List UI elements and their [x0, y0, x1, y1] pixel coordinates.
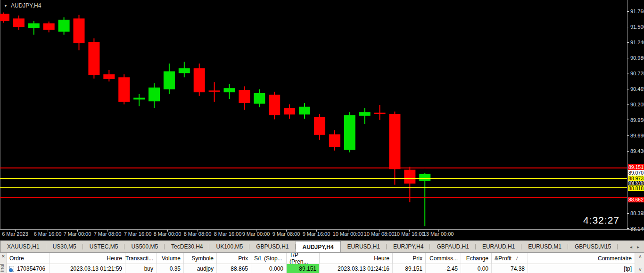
- time-scale[interactable]: 6 Mar 20236 Mar 16:007 Mar 00:007 Mar 08…: [0, 230, 644, 237]
- order-row-cell-profit[interactable]: 74.38: [492, 264, 528, 273]
- cell-volume: 0.35: [170, 265, 181, 272]
- order-row-cell-commission[interactable]: -2.45: [426, 264, 461, 273]
- column-header-ordre[interactable]: Ordre: [7, 253, 50, 264]
- dropdown-triangle-icon: ▼: [4, 4, 8, 8]
- orders-table-row[interactable]: 1703547062023.03.13 01:21:59buy0.35audjp…: [7, 264, 635, 273]
- column-header-label: Echange: [466, 255, 488, 262]
- cell-commentaire: [tp]: [624, 265, 632, 272]
- price-tick-label: 89.950: [630, 117, 644, 123]
- tab-eurusd-m1[interactable]: EURUSD,M1: [521, 241, 568, 252]
- tab-xauusd-h1[interactable]: XAUUSD,H1: [0, 241, 46, 252]
- time-tick-label: 8 Mar 16:00: [214, 231, 242, 237]
- price-tick-mark: [627, 228, 629, 229]
- order-row-cell-prix-fermeture[interactable]: 89.151: [393, 264, 426, 273]
- orders-table-header: OrdreHeureTransacti...VolumeSymbolePrixS…: [7, 253, 635, 264]
- price-tick-label: 88.395: [630, 210, 644, 216]
- close-icon[interactable]: ×: [0, 253, 6, 259]
- bull-candle: [359, 112, 371, 116]
- scroll-up-icon[interactable]: ∧: [636, 254, 644, 259]
- price-tick-mark: [627, 73, 629, 73]
- tab-us500-m5[interactable]: US500,M5: [124, 241, 165, 252]
- bull-candle: [58, 20, 70, 32]
- price-marker-label: 88.818: [628, 185, 644, 191]
- time-tick-label: 9 Mar 08:00: [272, 231, 300, 237]
- column-header-label: Symbole: [191, 255, 214, 262]
- tab-us30-m5[interactable]: US30,M5: [46, 241, 83, 252]
- cell-ordre: 170354706: [17, 265, 45, 272]
- order-row-cell-tp[interactable]: 89.151: [287, 264, 320, 273]
- tab-ustec-m5[interactable]: USTEC,M5: [83, 241, 125, 252]
- order-row-cell-echange[interactable]: 0.00: [461, 264, 492, 273]
- order-row-cell-transaction[interactable]: buy: [125, 264, 157, 273]
- tab-eurjpy-h4[interactable]: EURJPY,H4: [387, 241, 430, 252]
- bull-candle: [419, 174, 430, 181]
- tab-gbpusd-h1[interactable]: GBPUSD,H1: [249, 241, 295, 252]
- cell-heure-fermeture: 2023.03.13 01:24:16: [338, 265, 389, 272]
- column-header-profit[interactable]: &Profit/: [492, 253, 528, 264]
- order-row-cell-commentaire[interactable]: [tp]: [528, 264, 635, 273]
- scroll-left-icon[interactable]: ◂: [630, 244, 632, 249]
- column-header-commission[interactable]: Commiss...: [426, 253, 461, 264]
- price-tick-label: 90.980: [630, 55, 644, 61]
- column-header-commentaire[interactable]: Commentaire: [528, 253, 635, 264]
- price-scale[interactable]: 91.76091.50091.24090.98090.72590.46590.2…: [627, 0, 644, 241]
- price-tick-mark: [627, 151, 629, 152]
- tab-uk100-m5[interactable]: UK100,M5: [209, 241, 249, 252]
- time-tick-label: 10 Mar 08:00: [364, 231, 395, 237]
- order-row-cell-heure-ouverture[interactable]: 2023.03.13 01:21:59: [50, 264, 125, 273]
- column-header-prix-ouverture[interactable]: Prix: [217, 253, 251, 264]
- tab-euraud-h1[interactable]: EURAUD,H1: [476, 241, 521, 252]
- tab-gbpaud-h1[interactable]: GBPAUD,H1: [430, 241, 475, 252]
- order-row-cell-ordre[interactable]: 170354706: [7, 264, 50, 273]
- bear-candle: [13, 18, 25, 27]
- price-marker-label: 88.662: [628, 197, 644, 202]
- tab-tecde30-h4[interactable]: TecDE30,H4: [165, 241, 209, 252]
- bull-candle: [179, 68, 190, 73]
- price-marker-label: 89.070: [628, 170, 644, 176]
- order-row-cell-volume[interactable]: 0.35: [157, 264, 184, 273]
- price-tick-label: 89.690: [630, 133, 644, 138]
- candle-countdown-timer: 4:32:27: [583, 215, 619, 226]
- cell-prix-ouverture: 88.865: [231, 265, 248, 272]
- order-row-cell-symbole[interactable]: audjpy: [184, 264, 217, 273]
- order-doc-icon: [9, 266, 14, 272]
- tab-eurusd-h1[interactable]: EURUSD,H1: [341, 241, 387, 252]
- column-header-label: Heure: [107, 255, 122, 262]
- bear-candle: [194, 68, 205, 92]
- time-tick-label: 13 Mar 00:00: [423, 231, 454, 237]
- bear-candle: [209, 90, 220, 92]
- time-tick-label: 10 Mar 16:00: [394, 231, 425, 237]
- column-header-symbole[interactable]: Symbole: [184, 253, 217, 264]
- tab-gbpusd-m15[interactable]: GBPUSD,M15: [568, 241, 618, 252]
- column-header-transaction[interactable]: Transacti...: [125, 253, 157, 264]
- scroll-right-icon[interactable]: ▸: [637, 244, 639, 249]
- time-tick-label: 7 Mar 00:00: [64, 231, 91, 237]
- price-marker-label: 89.151: [628, 164, 644, 170]
- order-row-cell-sl[interactable]: 0.000: [251, 264, 287, 273]
- tab-audjpy-h4[interactable]: AUDJPY,H4: [296, 241, 341, 252]
- price-tick-mark: [627, 135, 629, 136]
- price-tick-label: 90.205: [630, 102, 644, 107]
- price-tick-mark: [627, 58, 629, 58]
- price-tick-mark: [627, 120, 629, 120]
- order-row-cell-prix-ouverture[interactable]: 88.865: [217, 264, 251, 273]
- column-header-tp[interactable]: T/P (Pren...: [287, 253, 320, 264]
- column-header-echange[interactable]: Echange: [461, 253, 492, 264]
- column-header-prix-fermeture[interactable]: Prix: [393, 253, 426, 264]
- cell-echange: 0.00: [478, 265, 488, 272]
- vertical-scrollbar[interactable]: ∧ ∨: [636, 253, 644, 273]
- scroll-down-icon[interactable]: ∨: [636, 267, 644, 272]
- bear-candle: [284, 108, 295, 114]
- column-header-heure-ouverture[interactable]: Heure: [50, 253, 125, 264]
- column-header-sl[interactable]: S/L (Stop...: [251, 253, 287, 264]
- order-row-cell-heure-fermeture[interactable]: 2023.03.13 01:24:16: [320, 264, 393, 273]
- bull-candle: [149, 88, 160, 101]
- column-header-heure-fermeture[interactable]: Heure: [320, 253, 393, 264]
- column-header-volume[interactable]: Volume: [157, 253, 184, 264]
- bull-candle: [28, 24, 40, 28]
- candlestick-plot[interactable]: [0, 0, 627, 229]
- chart-symbol-label: ▼ AUDJPY,H4: [4, 2, 41, 9]
- time-tick-label: 8 Mar 08:00: [184, 231, 212, 237]
- bull-candle: [344, 115, 355, 150]
- terminal-panel-label[interactable]: inal: [0, 264, 5, 272]
